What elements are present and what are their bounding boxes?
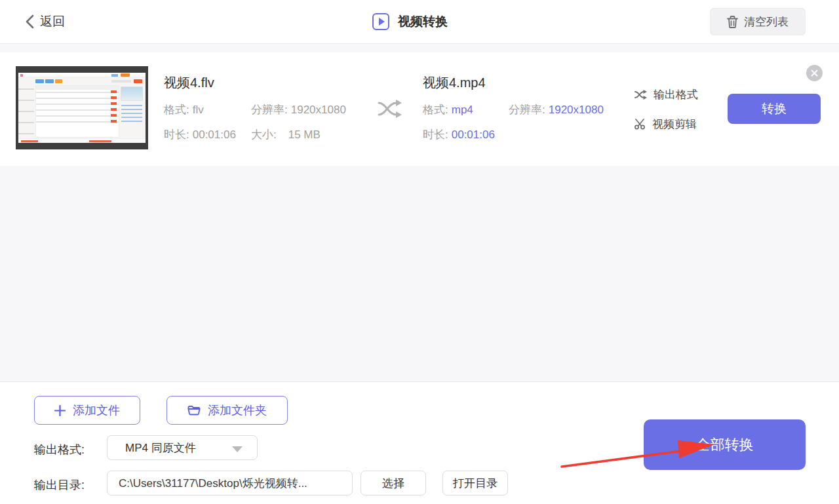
add-file-button[interactable]: 添加文件 <box>34 396 140 425</box>
source-resolution-value: 1920x1080 <box>291 104 346 116</box>
output-format-value: mp4 <box>452 104 473 116</box>
file-row: 视频4.flv 格式:flv 分辨率:1920x1080 时长:00:01:06… <box>0 52 839 166</box>
source-size-label: 大小: <box>251 128 277 141</box>
source-file-name: 视频4.flv <box>164 74 214 92</box>
row-video-trim-label: 视频剪辑 <box>652 117 697 132</box>
header: 返回 视频转换 清空列表 <box>0 0 839 44</box>
output-dir-field-label: 输出目录: <box>34 477 85 493</box>
output-format-select[interactable]: MP4 同原文件 <box>107 435 258 460</box>
shuffle-icon <box>378 99 402 119</box>
page-title: 视频转换 <box>398 13 448 30</box>
video-convert-icon <box>372 13 389 30</box>
back-button[interactable]: 返回 <box>25 12 65 31</box>
output-dir-input[interactable] <box>107 471 353 495</box>
row-output-format-label: 输出格式 <box>654 87 698 102</box>
remove-file-button[interactable] <box>806 65 823 81</box>
output-duration-value: 00:01:06 <box>452 128 495 141</box>
thumbnail-app-screen <box>18 73 146 143</box>
output-resolution-label: 分辨率: <box>509 104 545 116</box>
output-duration-label: 时长: <box>423 128 448 141</box>
video-converter-window: 返回 视频转换 清空列表 <box>0 0 839 504</box>
close-icon <box>811 69 818 77</box>
bottom-panel: 添加文件 添加文件夹 输出格式: MP4 同原文件 输出目录: 选择 打开目录 … <box>0 381 839 504</box>
add-folder-label: 添加文件夹 <box>208 402 267 418</box>
output-format-selected-value: MP4 同原文件 <box>125 440 196 456</box>
output-resolution-value: 1920x1080 <box>549 104 604 116</box>
output-format-label: 格式: <box>423 104 448 116</box>
add-folder-button[interactable]: 添加文件夹 <box>166 396 288 425</box>
video-thumbnail <box>16 66 148 149</box>
convert-all-button[interactable]: 全部转换 <box>644 419 806 470</box>
page-title-group: 视频转换 <box>372 11 448 32</box>
dropdown-caret-icon <box>232 446 243 452</box>
swap-icon <box>634 90 648 100</box>
convert-button[interactable]: 转换 <box>728 94 821 124</box>
output-file-name: 视频4.mp4 <box>423 74 486 92</box>
source-size-value: 15 MB <box>288 128 321 141</box>
row-output-format-button[interactable]: 输出格式 <box>634 87 698 102</box>
choose-dir-button[interactable]: 选择 <box>361 471 426 495</box>
scissors-icon <box>634 119 646 130</box>
folder-icon <box>187 405 201 416</box>
source-resolution-label: 分辨率: <box>251 104 288 116</box>
back-label: 返回 <box>40 13 65 30</box>
output-format-field-label: 输出格式: <box>34 442 85 457</box>
open-dir-button[interactable]: 打开目录 <box>442 471 508 495</box>
plus-icon <box>54 405 66 416</box>
chevron-left-icon <box>25 14 34 29</box>
source-duration-value: 00:01:06 <box>193 128 236 141</box>
source-duration-label: 时长: <box>164 128 189 141</box>
row-video-trim-button[interactable]: 视频剪辑 <box>634 117 697 132</box>
trash-icon <box>727 16 738 28</box>
source-format-value: flv <box>193 104 204 116</box>
file-list-area: 视频4.flv 格式:flv 分辨率:1920x1080 时长:00:01:06… <box>0 45 839 381</box>
add-file-label: 添加文件 <box>73 402 120 418</box>
source-format-label: 格式: <box>164 104 189 116</box>
clear-list-label: 清空列表 <box>744 14 789 29</box>
clear-list-button[interactable]: 清空列表 <box>710 8 806 35</box>
